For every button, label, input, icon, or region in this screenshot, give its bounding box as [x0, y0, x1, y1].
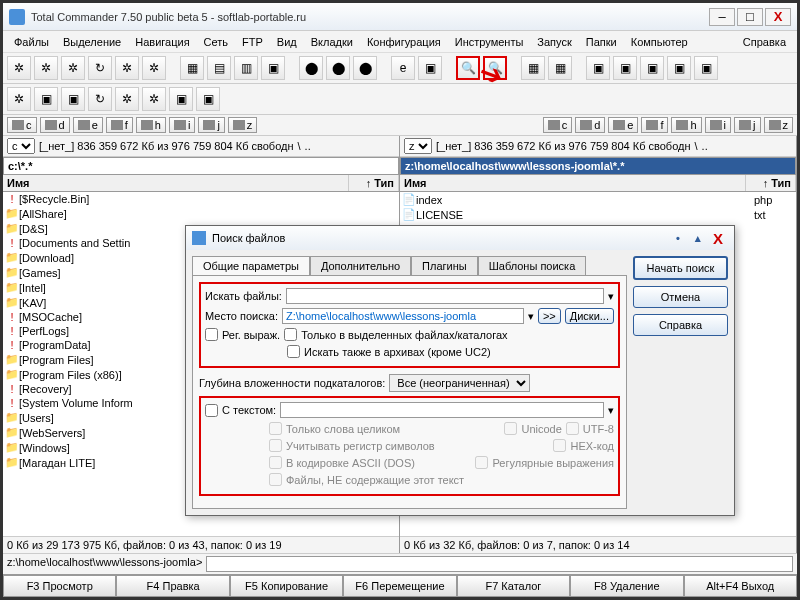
tool-icon[interactable]: ↻ [88, 87, 112, 111]
ie-icon[interactable]: e [391, 56, 415, 80]
cb-archives[interactable] [287, 345, 300, 358]
root-icon[interactable]: \ [695, 140, 698, 152]
tool-icon[interactable]: ▣ [61, 87, 85, 111]
maximize-button[interactable]: □ [737, 8, 763, 26]
menu-run[interactable]: Запуск [530, 33, 578, 51]
tool-icon[interactable]: ↻ [88, 56, 112, 80]
cb-with-text[interactable] [205, 404, 218, 417]
drive-e[interactable]: e [73, 117, 103, 133]
close-button[interactable]: X [765, 8, 791, 26]
dropdown-icon[interactable]: ▾ [528, 310, 534, 323]
cb-regex[interactable] [205, 328, 218, 341]
menu-config[interactable]: Конфигурация [360, 33, 448, 51]
search-tool-icon-2[interactable]: 🔍 [483, 56, 507, 80]
f7-button[interactable]: F7 Каталог [457, 575, 570, 597]
col-name[interactable]: Имя [3, 175, 349, 191]
cb-only-selected[interactable] [284, 328, 297, 341]
menu-computer[interactable]: Компьютер [624, 33, 695, 51]
f8-button[interactable]: F8 Удаление [570, 575, 683, 597]
left-path[interactable]: c:\*.* [3, 157, 399, 175]
up-icon[interactable]: .. [305, 140, 311, 152]
right-drive-select[interactable]: z [404, 138, 432, 154]
drive-e[interactable]: e [608, 117, 638, 133]
dialog-close-icon[interactable]: X [708, 230, 728, 246]
input-search-files[interactable] [286, 288, 604, 304]
left-drive-select[interactable]: c [7, 138, 35, 154]
dialog-min-icon[interactable]: • [668, 230, 688, 246]
drive-c[interactable]: c [543, 117, 573, 133]
tab-plugins[interactable]: Плагины [411, 256, 478, 275]
tool-icon[interactable]: ▤ [207, 56, 231, 80]
f6-button[interactable]: F6 Перемещение [343, 575, 456, 597]
tool-icon[interactable]: ✲ [7, 56, 31, 80]
search-tool-icon[interactable]: 🔍 [456, 56, 480, 80]
tool-icon[interactable]: ✲ [115, 56, 139, 80]
drive-d[interactable]: d [575, 117, 605, 133]
drive-z[interactable]: z [764, 117, 794, 133]
list-item[interactable]: 📁[AllShare] [3, 206, 399, 221]
drive-i[interactable]: i [705, 117, 731, 133]
col-type[interactable]: ↑ Тип [746, 175, 796, 191]
tool-icon[interactable]: ▣ [418, 56, 442, 80]
drive-f[interactable]: f [641, 117, 668, 133]
f3-button[interactable]: F3 Просмотр [3, 575, 116, 597]
f4-button[interactable]: F4 Правка [116, 575, 229, 597]
tool-icon[interactable]: ▣ [34, 87, 58, 111]
more-button[interactable]: >> [538, 308, 561, 324]
tool-icon[interactable]: ▣ [640, 56, 664, 80]
dialog-max-icon[interactable]: ▴ [688, 230, 708, 246]
tool-icon[interactable]: ⬤ [326, 56, 350, 80]
tool-icon[interactable]: ▣ [613, 56, 637, 80]
menu-folders[interactable]: Папки [579, 33, 624, 51]
tool-icon[interactable]: ✲ [7, 87, 31, 111]
tool-icon[interactable]: ▦ [548, 56, 572, 80]
menu-navigation[interactable]: Навигация [128, 33, 196, 51]
tool-icon[interactable]: ▦ [521, 56, 545, 80]
tab-general[interactable]: Общие параметры [192, 256, 310, 275]
depth-select[interactable]: Все (неограниченная) [389, 374, 530, 392]
dropdown-icon[interactable]: ▾ [608, 404, 614, 417]
tab-advanced[interactable]: Дополнительно [310, 256, 411, 275]
tool-icon[interactable]: ✲ [61, 56, 85, 80]
list-item[interactable]: 📄LICENSEtxt [400, 207, 796, 222]
tool-icon[interactable]: ⬤ [353, 56, 377, 80]
tool-icon[interactable]: ▣ [694, 56, 718, 80]
menu-tabs[interactable]: Вкладки [304, 33, 360, 51]
tool-icon[interactable]: ▥ [234, 56, 258, 80]
help-button[interactable]: Справка [633, 314, 728, 336]
menu-help[interactable]: Справка [736, 33, 793, 51]
tool-icon[interactable]: ✲ [142, 56, 166, 80]
input-search-place[interactable] [282, 308, 524, 324]
input-text[interactable] [280, 402, 604, 418]
col-type[interactable]: ↑ Тип [349, 175, 399, 191]
list-item[interactable]: 📄indexphp [400, 192, 796, 207]
drive-h[interactable]: h [671, 117, 701, 133]
drive-h[interactable]: h [136, 117, 166, 133]
drive-j[interactable]: j [734, 117, 760, 133]
drive-c[interactable]: c [7, 117, 37, 133]
col-name[interactable]: Имя [400, 175, 746, 191]
drive-j[interactable]: j [198, 117, 224, 133]
drive-d[interactable]: d [40, 117, 70, 133]
menu-tools[interactable]: Инструменты [448, 33, 531, 51]
cmdline-input[interactable] [206, 556, 793, 572]
tool-icon[interactable]: ✲ [142, 87, 166, 111]
drive-i[interactable]: i [169, 117, 195, 133]
dropdown-icon[interactable]: ▾ [608, 290, 614, 303]
tool-icon[interactable]: ▣ [667, 56, 691, 80]
tool-icon[interactable]: ▣ [261, 56, 285, 80]
disks-button[interactable]: Диски... [565, 308, 614, 324]
list-item[interactable]: ![$Recycle.Bin] [3, 192, 399, 206]
altf4-button[interactable]: Alt+F4 Выход [684, 575, 797, 597]
tab-templates[interactable]: Шаблоны поиска [478, 256, 587, 275]
f5-button[interactable]: F5 Копирование [230, 575, 343, 597]
tool-icon[interactable]: ▣ [196, 87, 220, 111]
tool-icon[interactable]: ✲ [115, 87, 139, 111]
tool-icon[interactable]: ▣ [586, 56, 610, 80]
drive-f[interactable]: f [106, 117, 133, 133]
cancel-button[interactable]: Отмена [633, 286, 728, 308]
menu-net[interactable]: Сеть [197, 33, 235, 51]
menu-view[interactable]: Вид [270, 33, 304, 51]
up-icon[interactable]: .. [702, 140, 708, 152]
root-icon[interactable]: \ [298, 140, 301, 152]
